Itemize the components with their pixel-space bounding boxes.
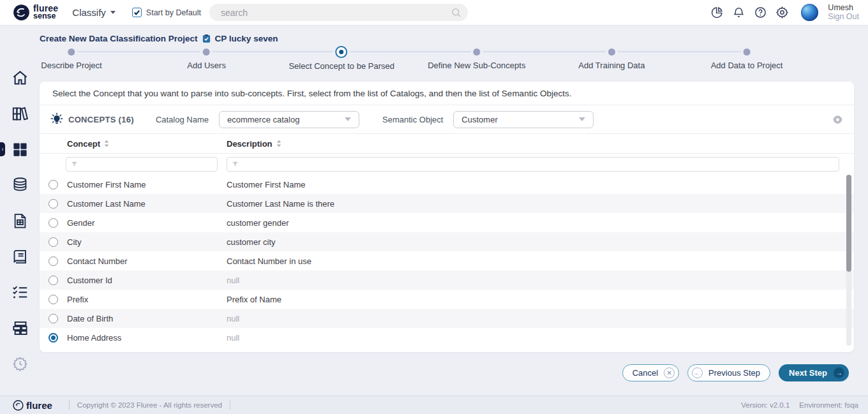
cancel-button[interactable]: Cancel ✕ <box>622 364 679 381</box>
concept-cell: Prefix <box>67 295 227 304</box>
concept-cell: Contact Number <box>67 256 227 266</box>
concept-cell: Customer Id <box>67 276 227 285</box>
table-header-row: Concept Description <box>40 134 854 154</box>
semantic-object-label: Semantic Object <box>382 115 443 124</box>
concepts-count-label: CONCEPTS (16) <box>68 115 134 124</box>
footer-divider <box>69 401 70 410</box>
sidebar-item-catalogs[interactable] <box>0 96 40 131</box>
stepper-step-todo[interactable]: Define New Sub-Concepts <box>428 45 525 70</box>
table-row[interactable]: Customer Idnull <box>40 270 854 290</box>
fluree-sense-logo[interactable]: fluree sense <box>13 4 58 21</box>
stepper-step-done[interactable]: Describe Project <box>41 45 101 70</box>
row-radio-button[interactable] <box>49 199 58 209</box>
sidebar-item-servers[interactable] <box>0 310 40 346</box>
concept-filter-input[interactable] <box>66 158 217 171</box>
stepper-step-active[interactable]: Select Concept to be Parsed <box>288 45 394 71</box>
sign-out-link[interactable]: Sign Out <box>828 13 859 21</box>
module-label: Classify <box>72 7 106 18</box>
row-radio-button[interactable] <box>49 218 58 228</box>
chevron-down-icon <box>345 117 351 121</box>
settings-gear-icon[interactable] <box>775 6 789 19</box>
user-avatar[interactable] <box>801 4 818 21</box>
concept-cell: Gender <box>67 218 227 228</box>
concept-selection-panel: Select the Concept that you want to pars… <box>40 82 854 352</box>
analytics-pie-chart-icon[interactable] <box>710 6 724 19</box>
row-radio-button[interactable] <box>49 276 58 285</box>
column-header-description[interactable]: Description <box>227 139 281 149</box>
search-icon <box>451 7 461 18</box>
table-scrollbar-track <box>846 175 851 346</box>
step-label: Describe Project <box>41 61 101 70</box>
stepper-step-todo[interactable]: Add Data to Project <box>711 45 783 70</box>
sidebar-item-tasks[interactable] <box>0 274 40 310</box>
classify-module-dropdown[interactable]: Classify <box>72 7 116 18</box>
stepper-step-todo[interactable]: Add Training Data <box>578 45 645 70</box>
table-row[interactable]: Gendercustomer gender <box>40 213 854 232</box>
table-row[interactable]: Home Addressnull <box>40 328 854 347</box>
sidebar-item-classification-projects[interactable]: › <box>0 131 40 167</box>
start-by-default-control: Start by Default <box>132 8 201 17</box>
row-radio-button[interactable] <box>49 314 58 323</box>
table-scrollbar-thumb[interactable] <box>846 175 851 272</box>
arrow-right-icon: → <box>834 367 844 378</box>
sidebar-item-glossary[interactable] <box>0 239 40 274</box>
description-cell: null <box>227 276 854 285</box>
notifications-bell-icon[interactable] <box>732 6 745 19</box>
table-row[interactable]: Customer Last NameCustomer Last Name is … <box>40 194 854 213</box>
catalog-name-select[interactable]: ecommerce catalog <box>219 111 359 128</box>
fluree-logo-icon <box>13 4 30 21</box>
radio-cell <box>40 218 67 228</box>
clipboard-check-icon <box>202 34 211 43</box>
description-cell: null <box>227 333 854 343</box>
concept-cell: Customer Last Name <box>67 199 227 209</box>
sort-icon <box>104 140 109 147</box>
cancel-label: Cancel <box>632 368 658 378</box>
row-radio-button[interactable] <box>49 180 58 189</box>
table-row[interactable]: Date of Birthnull <box>40 309 854 328</box>
sort-icon <box>276 140 281 147</box>
search-input[interactable] <box>221 8 451 18</box>
start-by-default-checkbox[interactable] <box>132 8 142 17</box>
sidebar-item-home[interactable] <box>0 60 40 96</box>
funnel-icon <box>232 161 239 168</box>
description-filter <box>227 157 839 172</box>
stepper-step-done[interactable]: Add Users <box>187 45 226 70</box>
row-radio-button[interactable] <box>49 256 58 266</box>
user-menu: Umesh Sign Out <box>828 4 859 20</box>
concept-filter <box>66 157 218 172</box>
step-dot-icon <box>743 48 750 55</box>
footer-fluree-logo: fluree <box>13 400 52 411</box>
previous-step-button[interactable]: ← Previous Step <box>687 364 770 381</box>
concept-cell: Customer First Name <box>67 180 227 189</box>
funnel-icon <box>71 161 78 168</box>
concept-header-label: Concept <box>67 139 100 149</box>
table-row[interactable]: PrefixPrefix of Name <box>40 290 854 309</box>
sidebar-item-scheduler[interactable] <box>0 346 40 381</box>
help-icon[interactable] <box>754 6 767 19</box>
description-filter-input[interactable] <box>227 158 839 171</box>
table-row[interactable]: Customer First NameCustomer First Name <box>40 175 854 194</box>
fluree-logo-icon <box>13 400 24 411</box>
row-radio-button[interactable] <box>49 333 58 343</box>
concept-cell: Home Address <box>67 333 227 343</box>
brand-wordmark: fluree sense <box>33 5 58 20</box>
project-name: CP lucky seven <box>215 34 278 43</box>
chevron-down-icon <box>579 117 585 121</box>
stepper: Describe ProjectAdd UsersSelect Concept … <box>40 45 854 82</box>
row-radio-button[interactable] <box>49 295 58 304</box>
table-row[interactable]: Contact NumberContact Number in use <box>40 251 854 270</box>
table-settings-gear-icon[interactable] <box>832 114 844 126</box>
sidebar-item-databases[interactable] <box>0 167 40 203</box>
step-dot-icon <box>203 48 210 55</box>
page-title: Create New Data Classification Project <box>40 34 198 43</box>
app-header: fluree sense Classify Start by Default <box>0 0 868 26</box>
sidebar-item-reports[interactable] <box>0 203 40 239</box>
semantic-object-select[interactable]: Customer <box>453 111 594 128</box>
description-header-label: Description <box>227 139 273 149</box>
next-step-button[interactable]: Next Step → <box>779 364 849 381</box>
table-row[interactable]: Citycustomer city <box>40 232 854 251</box>
environment-text: Environment: fsqa <box>799 401 858 409</box>
column-header-concept[interactable]: Concept <box>67 139 227 149</box>
row-radio-button[interactable] <box>49 237 58 247</box>
step-dot-icon <box>336 46 348 58</box>
